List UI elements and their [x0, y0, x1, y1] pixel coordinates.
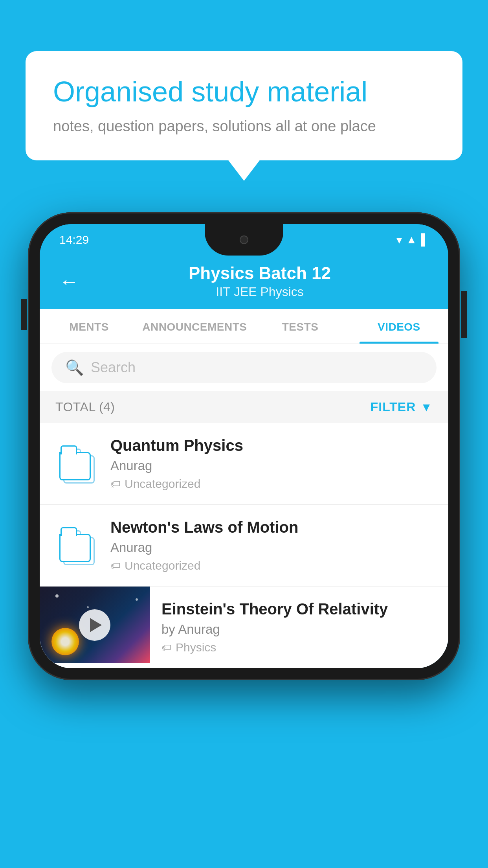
status-time: 14:29: [59, 233, 89, 246]
speech-bubble: Organised study material notes, question…: [26, 51, 462, 160]
decoration: [51, 628, 79, 655]
folder-icon: [59, 526, 95, 565]
video-tag: 🏷 Uncategorized: [110, 477, 433, 491]
video-thumbnail: [40, 587, 150, 663]
app-header: ← Physics Batch 12 IIT JEE Physics: [40, 256, 448, 309]
status-bar: 14:29 ▾ ▲ ▌: [40, 224, 448, 256]
video-info: Einstein's Theory Of Relativity by Anura…: [161, 587, 448, 668]
video-info: Quantum Physics Anurag 🏷 Uncategorized: [110, 437, 433, 491]
filter-button[interactable]: FILTER ▼: [371, 400, 433, 414]
header-title: Physics Batch 12: [91, 263, 429, 283]
video-info: Newton's Laws of Motion Anurag 🏷 Uncateg…: [110, 519, 433, 572]
header-subtitle: IIT JEE Physics: [91, 285, 429, 299]
video-author: Anurag: [110, 458, 433, 473]
video-tag: 🏷 Uncategorized: [110, 559, 433, 572]
folder-icon: [59, 444, 95, 484]
video-title: Einstein's Theory Of Relativity: [161, 600, 437, 618]
bubble-subtitle: notes, question papers, solutions all at…: [53, 118, 435, 135]
search-placeholder: Search: [91, 359, 136, 376]
status-icons: ▾ ▲ ▌: [396, 234, 429, 246]
battery-icon: ▌: [421, 234, 429, 246]
tag-label: Physics: [176, 641, 216, 654]
decoration: [136, 598, 138, 601]
video-icon-container: [55, 444, 99, 484]
notch: [205, 224, 283, 256]
camera-dot: [240, 235, 248, 244]
signal-icon: ▲: [406, 234, 417, 246]
decoration: [55, 594, 59, 598]
list-item[interactable]: Quantum Physics Anurag 🏷 Uncategorized: [40, 423, 448, 505]
header-title-block: Physics Batch 12 IIT JEE Physics: [91, 263, 429, 299]
tab-tests[interactable]: TESTS: [251, 309, 350, 344]
speech-bubble-container: Organised study material notes, question…: [26, 51, 462, 160]
video-author: Anurag: [110, 540, 433, 555]
search-bar[interactable]: 🔍 Search: [51, 352, 437, 383]
phone-mockup: 14:29 ▾ ▲ ▌ ← Physics Batch 12 IIT JEE P…: [28, 212, 460, 680]
filter-label: FILTER: [371, 400, 416, 414]
play-icon: [90, 618, 102, 632]
search-container: 🔍 Search: [40, 344, 448, 391]
list-item[interactable]: Newton's Laws of Motion Anurag 🏷 Uncateg…: [40, 505, 448, 587]
tag-icon: 🏷: [161, 642, 172, 654]
video-icon-container: [55, 526, 99, 565]
phone-screen: 14:29 ▾ ▲ ▌ ← Physics Batch 12 IIT JEE P…: [40, 224, 448, 668]
filter-icon: ▼: [420, 401, 433, 414]
tab-videos[interactable]: VIDEOS: [350, 309, 448, 344]
folder-front: [59, 452, 91, 480]
search-icon: 🔍: [65, 359, 84, 376]
tab-ments[interactable]: MENTS: [40, 309, 138, 344]
tag-label: Uncategorized: [125, 559, 200, 572]
total-count: TOTAL (4): [55, 400, 115, 414]
wifi-icon: ▾: [396, 234, 402, 246]
video-title: Quantum Physics: [110, 437, 433, 454]
decoration: [87, 606, 89, 608]
tag-label: Uncategorized: [125, 477, 200, 491]
tag-icon: 🏷: [110, 560, 121, 572]
tag-icon: 🏷: [110, 478, 121, 490]
video-author: by Anurag: [161, 622, 437, 637]
phone-outer: 14:29 ▾ ▲ ▌ ← Physics Batch 12 IIT JEE P…: [28, 212, 460, 680]
video-title: Newton's Laws of Motion: [110, 519, 433, 536]
filter-bar: TOTAL (4) FILTER ▼: [40, 391, 448, 423]
back-button[interactable]: ←: [59, 272, 79, 291]
tabs-bar: MENTS ANNOUNCEMENTS TESTS VIDEOS: [40, 309, 448, 344]
bubble-title: Organised study material: [53, 75, 435, 108]
content-area: Quantum Physics Anurag 🏷 Uncategorized: [40, 423, 448, 668]
list-item[interactable]: Einstein's Theory Of Relativity by Anura…: [40, 587, 448, 668]
play-button[interactable]: [79, 609, 110, 641]
tab-announcements[interactable]: ANNOUNCEMENTS: [138, 309, 251, 344]
video-tag: 🏷 Physics: [161, 641, 437, 654]
folder-front: [59, 534, 91, 562]
